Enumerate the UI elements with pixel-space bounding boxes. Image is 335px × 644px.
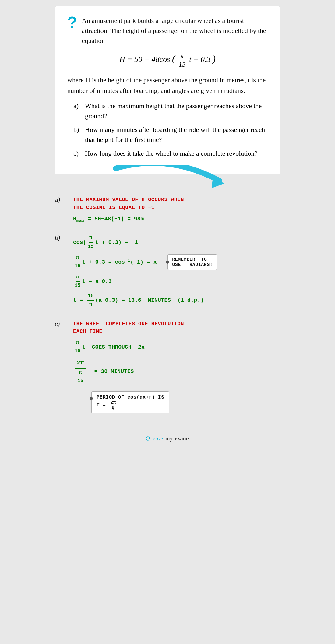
sub-label-a: a) xyxy=(73,101,82,121)
footer-save-text: save xyxy=(153,435,163,442)
footer-my-text: my xyxy=(165,435,172,442)
sub-question-b: b) How many minutes after boarding the r… xyxy=(73,125,268,145)
solution-b-label: b) xyxy=(55,234,73,241)
where-text: where H is the height of the passenger a… xyxy=(67,75,268,96)
svg-marker-0 xyxy=(212,174,224,188)
pi-over-15-frac: π 15 xyxy=(178,52,186,69)
footer: ⟳ save my exams xyxy=(146,435,190,443)
solution-b-step1-row: cos(π15t + 0.3) = −1 xyxy=(73,234,280,251)
solution-b-step2-row: π15t + 0.3 = cos−1(−1) = π REMEMBER TOUS… xyxy=(73,254,280,271)
solution-c-step1: π15t GOES THROUGH 2π xyxy=(73,339,280,356)
solution-c-red-text: THE WHEEL COMPLETES ONE REVOLUTION EACH … xyxy=(73,320,280,336)
solutions-container: a) THE MAXIMUM VALUE OF H OCCURS WHEN TH… xyxy=(55,193,280,426)
solution-b-step2: π15t + 0.3 = cos−1(−1) = π xyxy=(73,254,157,271)
sub-label-c: c) xyxy=(73,148,82,158)
question-intro-text: An amusement park builds a large circula… xyxy=(82,16,268,46)
sub-label-b: b) xyxy=(73,125,82,145)
solution-a-result: Hmax = 50−48(−1) = 98m xyxy=(73,214,280,225)
remember-radians-box: REMEMBER TOUSE RADIANS! xyxy=(168,254,217,270)
solution-c-label: c) xyxy=(55,321,73,328)
question-mark-icon: ? xyxy=(67,14,77,30)
sub-questions-list: a) What is the maximum height that the p… xyxy=(73,101,268,158)
question-card: ? An amusement park builds a large circu… xyxy=(55,6,280,174)
blue-arrow-icon xyxy=(110,165,225,196)
solution-a-red-text: THE MAXIMUM VALUE OF H OCCURS WHEN THE C… xyxy=(73,196,280,211)
solution-a-block: a) THE MAXIMUM VALUE OF H OCCURS WHEN TH… xyxy=(55,196,280,225)
remember-dot xyxy=(166,261,169,264)
solution-a-content: THE MAXIMUM VALUE OF H OCCURS WHEN THE C… xyxy=(73,196,280,225)
solution-c-content: THE WHEEL COMPLETES ONE REVOLUTION EACH … xyxy=(73,320,280,413)
question-header: ? An amusement park builds a large circu… xyxy=(67,16,268,46)
solution-c-block: c) THE WHEEL COMPLETES ONE REVOLUTION EA… xyxy=(55,320,280,413)
save-my-exams-logo-icon: ⟳ xyxy=(146,435,151,443)
period-formula-box: PERIOD OF cos(qx+r) IS T = 2πq xyxy=(91,391,169,413)
page-container: ? An amusement park builds a large circu… xyxy=(15,6,320,443)
solution-b-block: b) cos(π15t + 0.3) = −1 π15t + 0.3 = cos… xyxy=(55,234,280,311)
solution-b-step3: π15t = π−0.3 xyxy=(73,273,280,290)
solution-c-step2: 2π π15 = 30 MINUTES xyxy=(73,358,280,385)
solution-a-label: a) xyxy=(55,196,73,203)
solution-b-step4: t = 15π(π−0.3) = 13.6 MINUTES (1 d.p.) xyxy=(73,292,280,309)
solution-b-content: cos(π15t + 0.3) = −1 π15t + 0.3 = cos−1(… xyxy=(73,234,280,311)
footer-exams-text: exams xyxy=(175,435,190,442)
sub-question-c: c) How long does it take the wheel to ma… xyxy=(73,148,268,158)
arrow-area xyxy=(55,174,280,193)
sub-question-a: a) What is the maximum height that the p… xyxy=(73,101,268,121)
period-dot xyxy=(90,397,93,400)
solution-b-step1: cos(π15t + 0.3) = −1 xyxy=(73,234,138,251)
formula-display: H = 50 − 48cos ( π 15 t + 0.3 ) xyxy=(67,52,268,69)
